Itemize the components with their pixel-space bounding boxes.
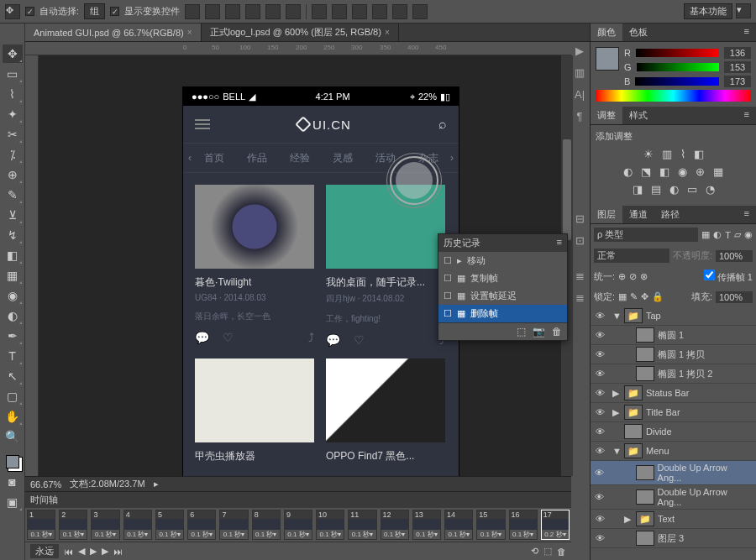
photo-filter-icon[interactable]: ◉ [678,165,687,178]
layer-row[interactable]: 👁▼📁Menu [591,442,756,461]
distribute-icon[interactable] [352,4,367,19]
color-swatch[interactable] [596,47,619,71]
r-value[interactable]: 136 [724,47,751,59]
doc-size-label[interactable]: 文档:2.08M/23.7M [70,478,144,490]
tab-layers[interactable]: 图层 [591,206,622,223]
new-frame-icon[interactable]: ⬚ [543,546,552,557]
panel-menu-icon[interactable]: ≡ [738,107,756,124]
brightness-icon[interactable]: ☀ [643,148,654,160]
levels-icon[interactable]: ▥ [662,148,672,160]
scrollbar-thumb[interactable] [563,139,571,240]
frame-duration[interactable]: 0.2 秒▾ [544,530,565,539]
last-frame-icon[interactable]: ⏭ [113,547,123,557]
stamp-tool[interactable]: ⊻ [3,206,23,224]
layer-row[interactable]: 👁椭圆 1 [591,326,756,345]
visibility-icon[interactable]: 👁 [594,468,606,478]
distribute-icon[interactable] [312,4,327,19]
layer-row[interactable]: 👁图层 3 [591,529,756,548]
panel-header[interactable]: 历史记录≡ [438,234,567,252]
show-transform-checkbox[interactable]: ✓ [110,7,119,16]
history-item[interactable]: ☐▦设置帧延迟 [438,287,567,305]
threshold-icon[interactable]: ◐ [669,183,679,196]
lock-all-icon[interactable]: 🔒 [652,291,664,302]
propagate-checkbox[interactable] [704,270,715,280]
checkbox[interactable]: ☐ [444,290,452,301]
path-tool[interactable]: ↖ [3,367,23,385]
timeline-frame[interactable]: 120.1 秒▾ [381,510,409,540]
artboard[interactable]: ●●●○○BELL◢ 4:21 PM ⌖22%▮▯ UI.CN ⌕ ‹ 首页 作… [183,87,459,476]
timeline-frame[interactable]: 10.1 秒▾ [27,510,55,540]
distribute-icon[interactable] [412,4,428,19]
lasso-tool[interactable]: ⌇ [3,85,23,103]
close-icon[interactable]: × [385,28,390,37]
frame-duration[interactable]: 0.1 秒▾ [512,530,533,539]
shape-tool[interactable]: ▢ [3,387,23,406]
visibility-icon[interactable]: 👁 [594,349,606,359]
prev-frame-icon[interactable]: ◀ [78,546,85,557]
exposure-icon[interactable]: ◧ [694,148,704,160]
unify-icon[interactable]: ⊗ [640,271,648,282]
panel-header[interactable]: 时间轴 [25,492,571,508]
wand-tool[interactable]: ✦ [3,105,23,123]
tab-styles[interactable]: 样式 [622,107,654,124]
lock-pixel-icon[interactable]: ✎ [630,291,638,302]
timeline-frame[interactable]: 20.1 秒▾ [59,510,87,540]
quickmask-icon[interactable]: ◙ [3,473,23,491]
frame-duration[interactable]: 0.1 秒▾ [159,530,180,539]
frame-duration[interactable]: 0.1 秒▾ [287,530,308,539]
fold-icon[interactable]: ▶ [612,407,621,418]
play-icon[interactable]: ▶ [90,546,97,557]
layer-row[interactable]: 👁Double Up Arrow Ang... [591,461,756,485]
fold-icon[interactable]: ▼ [612,311,621,321]
timeline-frame[interactable]: 110.1 秒▾ [348,510,376,540]
marquee-tool[interactable]: ▭ [3,65,23,83]
hue-icon[interactable]: ⬔ [641,165,651,178]
tab-swatches[interactable]: 色板 [622,24,654,41]
visibility-icon[interactable]: 👁 [594,369,606,379]
panel-icon[interactable]: ≣ [571,267,588,284]
frame-duration[interactable]: 0.1 秒▾ [192,530,213,539]
layer-filter-dropdown[interactable]: ρ 类型 [594,228,698,242]
history-item[interactable]: ☐▦删除帧 [438,305,567,322]
checkbox[interactable]: ☐ [444,273,452,284]
layer-row[interactable]: 👁Double Up Arrow Ang... [591,485,756,510]
trash-icon[interactable]: 🗑 [557,547,566,557]
vibrance-icon[interactable]: ◐ [623,165,633,178]
frame-duration[interactable]: 0.1 秒▾ [384,530,405,539]
histogram-icon[interactable]: ▥ [571,64,588,81]
posterize-icon[interactable]: ▤ [651,183,661,196]
timeline-frame[interactable]: 40.1 秒▾ [123,510,152,540]
loop-dropdown[interactable]: 永远 [30,544,59,558]
pen-tool[interactable]: ✒ [3,327,23,345]
filter-shape-icon[interactable]: ▱ [734,229,741,240]
auto-select-checkbox[interactable]: ✓ [25,7,34,16]
history-brush-tool[interactable]: ↯ [3,226,23,244]
visibility-icon[interactable]: 👁 [594,311,606,321]
workspace-dropdown[interactable]: 基本功能 [684,3,732,19]
filter-adjust-icon[interactable]: ◐ [713,229,722,240]
visibility-icon[interactable]: 👁 [594,388,606,398]
distribute-icon[interactable] [392,4,407,19]
character-icon[interactable]: A| [571,86,588,102]
close-icon[interactable]: × [187,28,192,37]
filter-pixel-icon[interactable]: ▦ [701,229,710,240]
fold-icon[interactable]: ▶ [624,514,633,525]
frame-duration[interactable]: 0.1 秒▾ [255,530,276,539]
align-right-icon[interactable] [286,4,301,19]
tab-color[interactable]: 颜色 [591,24,622,41]
lock-pos-icon[interactable]: ✥ [641,291,648,302]
fold-icon[interactable]: ▼ [612,446,621,456]
camera-icon[interactable]: 📷 [533,326,545,338]
frame-duration[interactable]: 0.1 秒▾ [63,530,84,539]
auto-select-dropdown[interactable]: 组 [84,3,105,19]
visibility-icon[interactable]: 👁 [594,514,606,524]
timeline-frame[interactable]: 130.1 秒▾ [412,510,441,540]
hand-tool[interactable]: ✋ [3,407,23,426]
selective-icon[interactable]: ◔ [706,183,715,196]
distribute-icon[interactable] [332,4,347,19]
zoom-tool[interactable]: 🔍 [3,427,23,446]
new-snapshot-icon[interactable]: ⬚ [517,326,526,338]
unify-icon[interactable]: ⊕ [618,271,626,282]
align-center-icon[interactable] [265,4,281,19]
tab-adjust[interactable]: 调整 [591,107,622,124]
